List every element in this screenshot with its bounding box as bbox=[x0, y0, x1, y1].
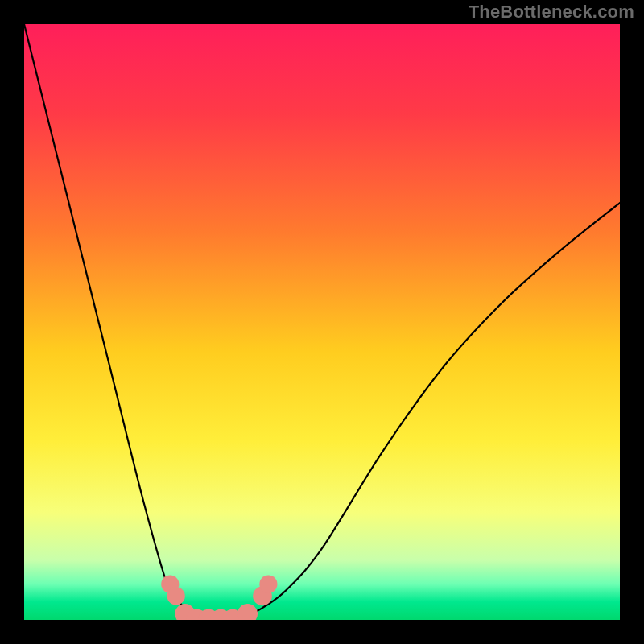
chart-svg bbox=[24, 24, 620, 620]
attribution-label: TheBottleneck.com bbox=[469, 2, 634, 23]
data-marker-1 bbox=[167, 587, 185, 605]
chart-plot-area bbox=[24, 24, 620, 620]
data-marker-9 bbox=[259, 576, 277, 593]
chart-background-gradient bbox=[24, 24, 620, 620]
